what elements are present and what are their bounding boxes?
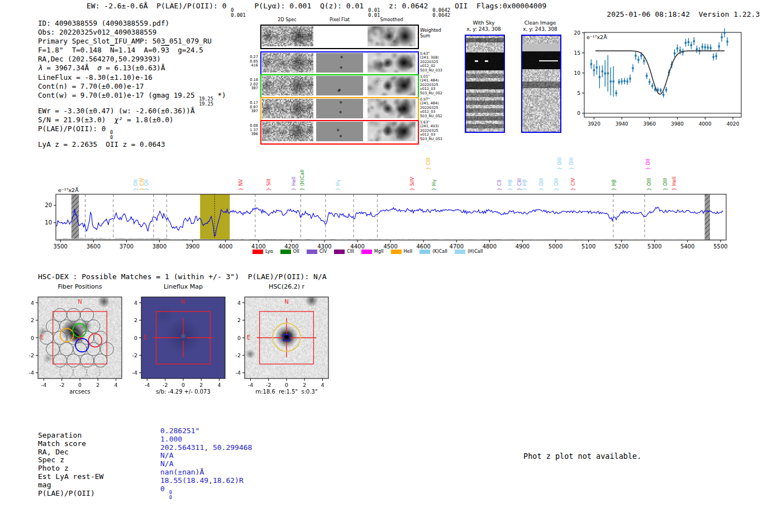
spectrum-legend: LyαOIICIVCIIIMgIIHeII(K)CaII(H)CaII bbox=[252, 249, 483, 254]
match-row-value: 1.000 bbox=[160, 435, 182, 444]
detection-band bbox=[200, 194, 230, 240]
y-tick-label: -4 bbox=[236, 370, 241, 376]
legend-swatch bbox=[361, 250, 372, 254]
legend-label: HeII bbox=[404, 249, 413, 254]
cutout-xlabel-2: m:18.6 re:1.5" s:0.3" bbox=[231, 389, 342, 395]
text-segment: 1.000 bbox=[160, 435, 182, 443]
y-tick-label: 4 bbox=[134, 300, 137, 306]
fiber-smoothed-image-1 bbox=[368, 76, 416, 95]
cutout-title-0: Fiber Positions bbox=[32, 283, 127, 290]
legend-item: OII bbox=[280, 249, 299, 254]
fiber-meta: 503_RU_052 bbox=[420, 92, 454, 95]
weight-value: 416 bbox=[241, 64, 258, 68]
fiber-row-right-label-2: 0.97"(241, 484)20220325v012_03503_RU_052 bbox=[420, 98, 454, 118]
fiber-meta: 503_RU_052 bbox=[420, 114, 454, 118]
line-label-brace: { bbox=[646, 188, 652, 191]
y-tick-label: -2 bbox=[132, 352, 137, 358]
line-label-brace: { bbox=[291, 188, 297, 191]
line-label-brace: { bbox=[517, 188, 522, 191]
x-tick-label: 3600 bbox=[87, 243, 101, 250]
fiber-row-left-label-2: 0.170.97397 bbox=[241, 101, 258, 114]
y-tick-label: -2 bbox=[29, 352, 34, 358]
emission-line-label: SiIV bbox=[409, 177, 415, 186]
emission-line-label: (H)CaII bbox=[299, 170, 305, 186]
fiber-circle-dashed bbox=[87, 365, 100, 378]
cutout-title-2: HSC(26.2) r bbox=[239, 283, 334, 290]
catalog-position-box bbox=[283, 335, 289, 341]
line-label-brace: { bbox=[335, 188, 341, 191]
weighted-smoothed-image bbox=[368, 26, 416, 46]
fiber-smoothed-image-3 bbox=[368, 122, 416, 141]
emission-line-label: HeII bbox=[671, 176, 677, 186]
x-tick-label: 5000 bbox=[549, 243, 562, 250]
x-tick-label: 5400 bbox=[680, 243, 694, 250]
y-tick-label: 2 bbox=[237, 317, 241, 323]
y-tick-label: 20 bbox=[45, 202, 52, 208]
text-segment: 202.564311, 50.299468 bbox=[160, 443, 252, 452]
fiber-pixelflat-image-1 bbox=[316, 76, 363, 95]
north-label: N bbox=[78, 299, 82, 305]
match-row-value: 0 00 bbox=[160, 485, 172, 501]
x-tick-label: 4 bbox=[114, 382, 117, 388]
emission-line-label: Hβ bbox=[507, 179, 513, 186]
legend-label: CIII bbox=[347, 249, 354, 254]
legend-label: Lyα bbox=[265, 249, 273, 254]
north-label: N bbox=[284, 299, 288, 305]
emission-line-label: OIII bbox=[554, 178, 559, 186]
x-tick-label: 3700 bbox=[120, 243, 133, 250]
line-label-brace: { bbox=[431, 188, 437, 191]
match-row-label: Est LyA rest-EW bbox=[38, 473, 103, 481]
y-tick-label: 0 bbox=[31, 335, 34, 341]
noise-floor-fill bbox=[57, 238, 724, 240]
legend-label: (K)CaII bbox=[432, 249, 447, 254]
emission-line-label: NV bbox=[238, 179, 244, 186]
weight-value: 397 bbox=[241, 87, 258, 91]
match-row-label: Separation bbox=[38, 432, 82, 440]
legend-swatch bbox=[419, 250, 430, 254]
weighted-2dspec-image bbox=[262, 26, 313, 46]
match-row-label: RA, Dec bbox=[38, 448, 69, 457]
line-label-brace: { bbox=[611, 188, 617, 191]
emission-line-label: SiII bbox=[266, 179, 271, 186]
match-row-label: Photo z bbox=[38, 464, 69, 473]
match-row-value: 0.286251" bbox=[160, 427, 199, 435]
fiber-2dspec-image-2 bbox=[262, 99, 313, 118]
emission-line-label: Hγ bbox=[431, 180, 437, 186]
masked-band bbox=[705, 194, 710, 240]
fiber-row-left-label-1: 0.182.02397 bbox=[241, 78, 258, 91]
cutout-title-1: Lineflux Map bbox=[136, 283, 231, 290]
x-tick-label: 3500 bbox=[54, 243, 68, 250]
north-label: N bbox=[181, 299, 185, 305]
legend-item: HeII bbox=[391, 249, 413, 254]
line-label-brace: { bbox=[266, 188, 271, 191]
y-tick-label: 4 bbox=[31, 300, 34, 306]
x-tick-label: -4 bbox=[248, 382, 253, 388]
y-tick-label: 10 bbox=[45, 219, 52, 226]
fiber-row-right-label-1: 1.01"(241, 484)20220325v012_03503_RU_052 bbox=[420, 75, 454, 95]
emission-line-label: CII bbox=[497, 180, 502, 186]
fiber-row-right-label-3: 1.63"(241, 493)20220325v012_03503_RU_053 bbox=[420, 121, 454, 141]
line-label-brace: { bbox=[507, 188, 513, 191]
cutout-overlay-2: -4-2024420-2-4NE bbox=[222, 291, 351, 395]
match-row-value: 202.564311, 50.299468 bbox=[160, 444, 252, 452]
emission-line-label: OII bbox=[144, 179, 149, 186]
legend-swatch bbox=[252, 250, 263, 254]
east-label: E bbox=[40, 334, 44, 341]
line-label-brace: { bbox=[409, 188, 415, 191]
selected-fiber-circle bbox=[88, 334, 102, 347]
text-segment: 0.286251" bbox=[160, 426, 199, 435]
x-tick-label: 5100 bbox=[581, 243, 595, 250]
x-tick-label: 4 bbox=[217, 382, 221, 388]
match-row-value: N/A bbox=[160, 452, 173, 460]
x-tick-label: -2 bbox=[163, 382, 168, 388]
line-label-brace: { bbox=[538, 188, 544, 191]
fiber-circle-dashed bbox=[60, 365, 73, 378]
x-tick-label: 3800 bbox=[152, 243, 166, 250]
column-title-0: 2D Spec bbox=[262, 17, 312, 22]
fiber-smoothed-image-2 bbox=[368, 99, 416, 118]
fiber-smoothed-image-0 bbox=[368, 53, 416, 73]
line-label-brace: { bbox=[522, 188, 527, 191]
fiber-2dspec-image-3 bbox=[262, 122, 313, 141]
fiber-row-right-label-0: 0.63"(243, 308)20220325v012_02503_RU_033 bbox=[420, 52, 454, 73]
emission-line-label: OII bbox=[645, 159, 651, 165]
